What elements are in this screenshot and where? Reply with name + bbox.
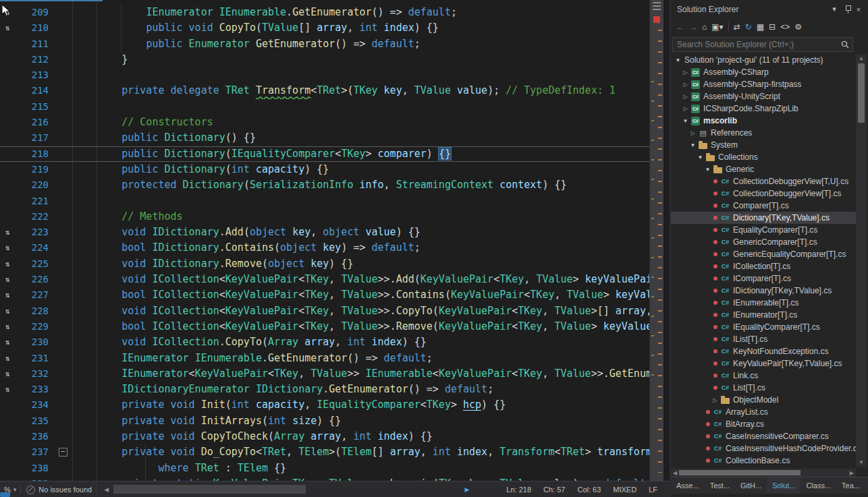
editor-vertical-scrollbar[interactable]	[649, 0, 663, 481]
tree-item[interactable]: C#IEnumerator[T].cs	[671, 309, 856, 321]
code-line[interactable]: ⇅227 bool ICollection<KeyValuePair<TKey,…	[0, 287, 649, 303]
code-line[interactable]: ⇅231 IEnumerator IEnumerable.GetEnumerat…	[0, 351, 649, 366]
reference-glyph-icon[interactable]: ⇅	[0, 334, 15, 350]
tree-item[interactable]: C#BitArray.cs	[671, 418, 856, 430]
tree-item[interactable]: C#KeyNotFoundException.cs	[671, 345, 856, 357]
tree-item[interactable]: C#GenericEqualityComparer[T].cs	[671, 248, 856, 260]
line-number[interactable]: 215	[15, 99, 54, 115]
reference-glyph-icon[interactable]: ⇅	[0, 382, 15, 397]
code-editor[interactable]: ⇅209 IEnumerator IEnumerable.GetEnumerat…	[0, 0, 670, 481]
chevron-expanded-icon[interactable]: ▼	[674, 57, 682, 63]
tree-item[interactable]: C#Dictionary[TKey,TValue].cs	[671, 212, 856, 224]
home-icon[interactable]: ⌂	[702, 23, 707, 31]
chevron-collapsed-icon[interactable]: ▷	[681, 69, 690, 76]
line-number[interactable]: 222	[15, 209, 54, 225]
line-number[interactable]: 221	[15, 194, 54, 209]
hscroll-right-icon[interactable]: ▶	[461, 486, 472, 493]
line-number[interactable]: 237	[15, 444, 54, 460]
code-line[interactable]: 212 }	[0, 52, 649, 67]
tool-window-tab[interactable]: Solut...	[767, 477, 801, 494]
code-line[interactable]: 211 public Enumerator GetEnumerator() =>…	[0, 36, 649, 52]
code-line[interactable]: 219 public Dictionary(int capacity) {}	[0, 162, 649, 177]
line-number[interactable]: 213	[15, 67, 54, 83]
reference-glyph-icon[interactable]: ⇅	[0, 319, 15, 334]
tree-item[interactable]: ▷C#Assembly-CSharp-firstpass	[671, 78, 856, 90]
tool-window-tab[interactable]: Asse...	[671, 477, 705, 494]
tree-item[interactable]: C#IEqualityComparer[T].cs	[671, 321, 856, 333]
code-line[interactable]: 239 private static KeyValuePair<TKey, TV…	[0, 476, 649, 481]
line-number[interactable]: 225	[15, 256, 54, 272]
eol-indicator[interactable]: LF	[649, 486, 657, 494]
line-number[interactable]: 223	[15, 225, 54, 240]
tree-item[interactable]: C#IEnumerable[T].cs	[671, 297, 856, 309]
tree-item[interactable]: ▷ObjectModel	[671, 394, 856, 406]
tree-item[interactable]: ▼Solution 'project-gui' (11 of 11 projec…	[671, 54, 856, 66]
line-number[interactable]: 218	[15, 146, 54, 162]
reference-glyph-icon[interactable]: ⇅	[0, 303, 15, 319]
code-line[interactable]: ⇅224 bool IDictionary.Contains(object ke…	[0, 240, 649, 256]
refresh-icon[interactable]: ↻	[745, 23, 752, 31]
code-line[interactable]: 220 protected Dictionary(SerializationIn…	[0, 177, 649, 193]
explorer-horizontal-scrollbar[interactable]: ◀ ▶	[671, 469, 856, 477]
hscroll-left-icon[interactable]: ◀	[671, 470, 679, 476]
code-line[interactable]: ⇅209 IEnumerator IEnumerable.GetEnumerat…	[0, 5, 649, 20]
code-line[interactable]: 238 where TRet : TElem {}	[0, 461, 649, 476]
chevron-collapsed-icon[interactable]: ▷	[681, 94, 690, 100]
tree-item[interactable]: C#CaseInsensitiveHashCodeProvider.cs	[671, 442, 856, 455]
tree-item[interactable]: C#EqualityComparer[T].cs	[671, 224, 856, 236]
code-line[interactable]: 221	[0, 194, 649, 209]
line-number[interactable]: 219	[15, 162, 54, 177]
line-number[interactable]: 210	[15, 20, 54, 36]
chevron-expanded-icon[interactable]: ▼	[703, 167, 712, 173]
hscroll-left-icon[interactable]: ◀	[101, 486, 112, 493]
properties-icon[interactable]: ⚙	[794, 23, 802, 31]
tool-window-tab[interactable]: Tea...	[836, 477, 865, 494]
tree-item[interactable]: C#Comparer[T].cs	[671, 200, 856, 212]
line-number[interactable]: 212	[15, 52, 54, 67]
tree-item[interactable]: ▷C#Assembly-UnityScript	[671, 90, 856, 103]
window-position-icon[interactable]: ▾	[829, 5, 840, 13]
code-line[interactable]: ⇅232 IEnumerator<KeyValuePair<TKey, TVal…	[0, 366, 649, 382]
reference-glyph-icon[interactable]: ⇅	[0, 240, 15, 256]
code-line[interactable]: 214 private delegate TRet Transform<TRet…	[0, 83, 649, 98]
code-line[interactable]: ⇅229 bool ICollection<KeyValuePair<TKey,…	[0, 319, 649, 334]
line-number[interactable]: 211	[15, 36, 54, 52]
encoding-indicator[interactable]: MIXED	[613, 486, 636, 494]
tool-window-tab[interactable]: GitH...	[735, 477, 767, 494]
line-number[interactable]: 238	[15, 461, 54, 476]
forward-icon[interactable]: →	[689, 23, 697, 31]
line-number[interactable]: 209	[15, 5, 54, 20]
line-number[interactable]: 227	[15, 287, 54, 303]
panel-title-bar[interactable]: Solution Explorer ▾ ×	[671, 0, 868, 18]
tree-item[interactable]: ▼C#mscorlib	[671, 115, 856, 127]
chevron-collapsed-icon[interactable]: ▷	[681, 106, 690, 112]
code-line[interactable]: ⇅228 void ICollection<KeyValuePair<TKey,…	[0, 303, 649, 319]
reference-glyph-icon[interactable]: ⇅	[0, 351, 15, 366]
code-line[interactable]: 218 public Dictionary(IEqualityComparer<…	[0, 146, 649, 162]
reference-glyph-icon[interactable]: ⇅	[0, 287, 15, 303]
tree-item[interactable]: ▷▤References	[671, 127, 856, 139]
hscroll-thumb[interactable]	[679, 470, 801, 475]
tree-item[interactable]: C#CollectionBase.cs	[671, 455, 856, 467]
reference-glyph-icon[interactable]: ⇅	[0, 366, 15, 382]
tree-item[interactable]: C#ArrayList.cs	[671, 406, 856, 418]
line-number[interactable]: 239	[15, 476, 54, 481]
code-line[interactable]: 217 public Dictionary() {}	[0, 130, 649, 146]
code-view-icon[interactable]: <>	[780, 23, 790, 31]
line-number[interactable]: 216	[15, 115, 54, 130]
chevron-expanded-icon[interactable]: ▼	[688, 142, 697, 148]
tree-item[interactable]: ▼Generic	[671, 163, 856, 175]
close-icon[interactable]: ×	[853, 5, 864, 13]
scroll-up-icon[interactable]: ▲	[856, 55, 867, 61]
issues-status[interactable]: No issues found	[38, 486, 92, 494]
back-icon[interactable]: ←	[676, 23, 684, 31]
chevron-expanded-icon[interactable]: ▼	[681, 118, 690, 124]
line-indicator[interactable]: Ln: 218	[506, 486, 531, 494]
code-line[interactable]: ⇅233 IDictionaryEnumerator IDictionary.G…	[0, 382, 649, 397]
line-number[interactable]: 234	[15, 397, 54, 413]
line-number[interactable]: 235	[15, 413, 54, 429]
code-line[interactable]: 236 private void CopyToCheck(Array array…	[0, 429, 649, 444]
pin-icon[interactable]	[845, 5, 850, 13]
line-number[interactable]: 230	[15, 334, 54, 350]
tree-item[interactable]: C#ICollection[T].cs	[671, 260, 856, 272]
